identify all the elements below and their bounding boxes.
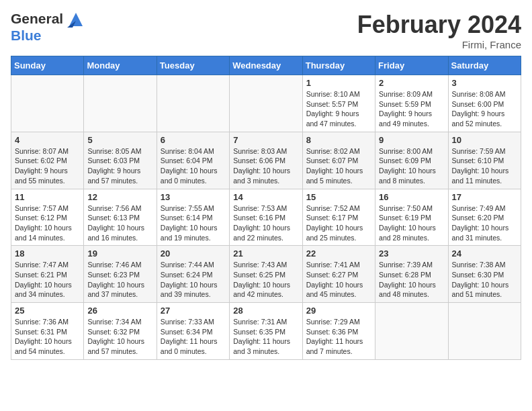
day-info: Sunrise: 7:47 AM Sunset: 6:21 PM Dayligh…	[15, 260, 80, 300]
day-number: 22	[306, 248, 371, 259]
page-header: General Blue February 2024 Firmi, France	[11, 11, 521, 50]
day-number: 17	[452, 192, 517, 202]
day-number: 3	[452, 78, 517, 88]
day-info: Sunrise: 8:05 AM Sunset: 6:03 PM Dayligh…	[87, 146, 152, 186]
day-number: 7	[233, 135, 298, 145]
day-info: Sunrise: 7:33 AM Sunset: 6:34 PM Dayligh…	[161, 317, 226, 357]
day-info: Sunrise: 7:56 AM Sunset: 6:13 PM Dayligh…	[87, 203, 152, 243]
calendar-week-row: 25Sunrise: 7:36 AM Sunset: 6:31 PM Dayli…	[11, 303, 521, 360]
table-row: 9Sunrise: 8:00 AM Sunset: 6:09 PM Daylig…	[375, 132, 448, 189]
table-row: 16Sunrise: 7:50 AM Sunset: 6:19 PM Dayli…	[375, 189, 448, 246]
table-row: 7Sunrise: 8:03 AM Sunset: 6:06 PM Daylig…	[230, 132, 302, 189]
day-number: 19	[87, 248, 152, 259]
day-number: 14	[233, 192, 298, 202]
day-info: Sunrise: 8:09 AM Sunset: 5:59 PM Dayligh…	[379, 89, 444, 129]
header-wednesday: Wednesday	[230, 56, 302, 75]
table-row: 1Sunrise: 8:10 AM Sunset: 5:57 PM Daylig…	[302, 75, 375, 132]
day-number: 2	[379, 78, 444, 88]
day-info: Sunrise: 7:43 AM Sunset: 6:25 PM Dayligh…	[233, 260, 298, 300]
table-row: 3Sunrise: 8:08 AM Sunset: 6:00 PM Daylig…	[448, 75, 521, 132]
day-info: Sunrise: 7:34 AM Sunset: 6:32 PM Dayligh…	[87, 317, 152, 357]
table-row: 8Sunrise: 8:02 AM Sunset: 6:07 PM Daylig…	[302, 132, 375, 189]
day-info: Sunrise: 8:10 AM Sunset: 5:57 PM Dayligh…	[306, 89, 371, 129]
table-row: 2Sunrise: 8:09 AM Sunset: 5:59 PM Daylig…	[375, 75, 448, 132]
table-row: 5Sunrise: 8:05 AM Sunset: 6:03 PM Daylig…	[84, 132, 157, 189]
header-monday: Monday	[84, 56, 157, 75]
header-thursday: Thursday	[302, 56, 375, 75]
day-number: 16	[379, 192, 444, 202]
day-info: Sunrise: 7:52 AM Sunset: 6:17 PM Dayligh…	[306, 203, 371, 243]
day-number: 25	[15, 306, 80, 316]
day-number: 15	[306, 192, 371, 202]
table-row	[375, 303, 448, 360]
day-info: Sunrise: 7:36 AM Sunset: 6:31 PM Dayligh…	[15, 317, 80, 357]
table-row: 12Sunrise: 7:56 AM Sunset: 6:13 PM Dayli…	[84, 189, 157, 246]
table-row: 17Sunrise: 7:49 AM Sunset: 6:20 PM Dayli…	[448, 189, 521, 246]
day-info: Sunrise: 7:55 AM Sunset: 6:14 PM Dayligh…	[161, 203, 226, 243]
day-number: 13	[161, 192, 226, 202]
day-info: Sunrise: 7:49 AM Sunset: 6:20 PM Dayligh…	[452, 203, 517, 243]
table-row: 14Sunrise: 7:53 AM Sunset: 6:16 PM Dayli…	[230, 189, 302, 246]
table-row: 27Sunrise: 7:33 AM Sunset: 6:34 PM Dayli…	[157, 303, 229, 360]
table-row: 24Sunrise: 7:38 AM Sunset: 6:30 PM Dayli…	[448, 246, 521, 303]
day-number: 4	[15, 135, 80, 145]
table-row: 20Sunrise: 7:44 AM Sunset: 6:24 PM Dayli…	[157, 246, 229, 303]
day-info: Sunrise: 7:59 AM Sunset: 6:10 PM Dayligh…	[452, 146, 517, 186]
calendar-table: Sunday Monday Tuesday Wednesday Thursday…	[11, 56, 521, 360]
day-number: 20	[161, 248, 226, 259]
day-info: Sunrise: 7:31 AM Sunset: 6:35 PM Dayligh…	[233, 317, 298, 357]
day-info: Sunrise: 7:29 AM Sunset: 6:36 PM Dayligh…	[306, 317, 371, 357]
calendar-header-row: Sunday Monday Tuesday Wednesday Thursday…	[11, 56, 521, 75]
day-info: Sunrise: 7:50 AM Sunset: 6:19 PM Dayligh…	[379, 203, 444, 243]
table-row: 18Sunrise: 7:47 AM Sunset: 6:21 PM Dayli…	[11, 246, 84, 303]
calendar-week-row: 4Sunrise: 8:07 AM Sunset: 6:02 PM Daylig…	[11, 132, 521, 189]
header-friday: Friday	[375, 56, 448, 75]
day-number: 5	[87, 135, 152, 145]
svg-marker-0	[69, 13, 83, 26]
table-row: 28Sunrise: 7:31 AM Sunset: 6:35 PM Dayli…	[230, 303, 302, 360]
logo-general: General	[11, 11, 85, 28]
table-row	[84, 75, 157, 132]
day-number: 26	[87, 306, 152, 316]
header-saturday: Saturday	[448, 56, 521, 75]
table-row	[11, 75, 84, 132]
day-info: Sunrise: 8:03 AM Sunset: 6:06 PM Dayligh…	[233, 146, 298, 186]
day-info: Sunrise: 7:53 AM Sunset: 6:16 PM Dayligh…	[233, 203, 298, 243]
table-row: 13Sunrise: 7:55 AM Sunset: 6:14 PM Dayli…	[157, 189, 229, 246]
table-row: 4Sunrise: 8:07 AM Sunset: 6:02 PM Daylig…	[11, 132, 84, 189]
logo: General Blue	[11, 11, 85, 44]
table-row	[448, 303, 521, 360]
table-row	[230, 75, 302, 132]
table-row: 29Sunrise: 7:29 AM Sunset: 6:36 PM Dayli…	[302, 303, 375, 360]
calendar-week-row: 11Sunrise: 7:57 AM Sunset: 6:12 PM Dayli…	[11, 189, 521, 246]
day-number: 8	[306, 135, 371, 145]
day-info: Sunrise: 8:04 AM Sunset: 6:04 PM Dayligh…	[161, 146, 226, 186]
logo-blue: Blue	[11, 28, 85, 43]
table-row	[157, 75, 229, 132]
day-number: 24	[452, 248, 517, 259]
day-number: 23	[379, 248, 444, 259]
table-row: 10Sunrise: 7:59 AM Sunset: 6:10 PM Dayli…	[448, 132, 521, 189]
day-number: 9	[379, 135, 444, 145]
table-row: 15Sunrise: 7:52 AM Sunset: 6:17 PM Dayli…	[302, 189, 375, 246]
month-title: February 2024	[357, 11, 521, 39]
table-row: 22Sunrise: 7:41 AM Sunset: 6:27 PM Dayli…	[302, 246, 375, 303]
day-number: 21	[233, 248, 298, 259]
table-row: 11Sunrise: 7:57 AM Sunset: 6:12 PM Dayli…	[11, 189, 84, 246]
day-number: 27	[161, 306, 226, 316]
header-tuesday: Tuesday	[157, 56, 229, 75]
table-row: 25Sunrise: 7:36 AM Sunset: 6:31 PM Dayli…	[11, 303, 84, 360]
day-info: Sunrise: 7:39 AM Sunset: 6:28 PM Dayligh…	[379, 260, 444, 300]
day-number: 28	[233, 306, 298, 316]
day-number: 1	[306, 78, 371, 88]
day-info: Sunrise: 7:57 AM Sunset: 6:12 PM Dayligh…	[15, 203, 80, 243]
table-row: 6Sunrise: 8:04 AM Sunset: 6:04 PM Daylig…	[157, 132, 229, 189]
day-number: 29	[306, 306, 371, 316]
day-number: 10	[452, 135, 517, 145]
table-row: 26Sunrise: 7:34 AM Sunset: 6:32 PM Dayli…	[84, 303, 157, 360]
table-row: 21Sunrise: 7:43 AM Sunset: 6:25 PM Dayli…	[230, 246, 302, 303]
day-number: 18	[15, 248, 80, 259]
day-info: Sunrise: 7:38 AM Sunset: 6:30 PM Dayligh…	[452, 260, 517, 300]
title-area: February 2024 Firmi, France	[357, 11, 521, 50]
table-row: 23Sunrise: 7:39 AM Sunset: 6:28 PM Dayli…	[375, 246, 448, 303]
